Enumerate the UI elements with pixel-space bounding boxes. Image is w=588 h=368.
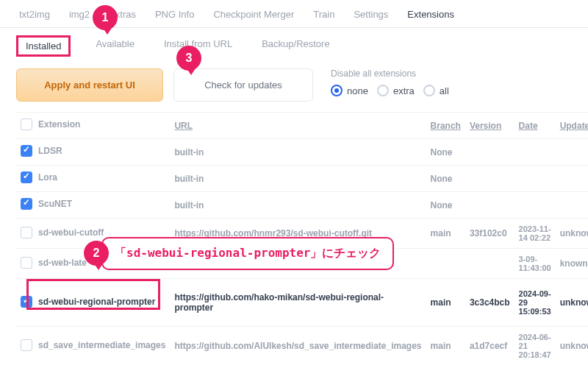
callout-badge-2: 2 xyxy=(84,241,109,266)
extension-checkbox[interactable] xyxy=(21,145,32,157)
sub-tabs: InstalledAvailableInstall from URLBackup… xyxy=(0,28,588,61)
col-branch[interactable]: Branch xyxy=(426,113,465,139)
extension-version xyxy=(465,249,514,279)
extension-update xyxy=(556,192,588,219)
extension-branch: main xyxy=(426,219,465,249)
extension-update xyxy=(556,166,588,192)
extension-name: Lora xyxy=(38,172,57,183)
callout-badge-1: 1 xyxy=(93,5,118,30)
table-row: sd-webui-regional-prompterhttps://github… xyxy=(16,279,588,327)
extension-checkbox[interactable] xyxy=(21,198,32,210)
table-row: sd_save_intermediate_imageshttps://githu… xyxy=(16,327,588,366)
speech-bubble: 「sd-webui-regional-prompter」にチェック xyxy=(101,237,394,270)
radio-label: all xyxy=(440,85,449,96)
extension-name: sd-webui-regional-prompter xyxy=(38,297,155,307)
extension-branch xyxy=(426,249,465,279)
extension-date xyxy=(514,139,556,166)
top-tabs: txt2imgimg2ExtrasPNG InfoCheckpoint Merg… xyxy=(0,0,588,28)
extension-branch: None xyxy=(426,139,465,166)
table-row: Lorabuilt-inNone xyxy=(16,166,588,192)
extension-date: 3-09-11:43:00 xyxy=(514,249,556,279)
header-checkbox[interactable] xyxy=(21,118,32,130)
extension-update: unknown xyxy=(556,279,588,327)
extension-update: unknown xyxy=(556,219,588,249)
extension-branch: main xyxy=(426,279,465,327)
top-tab-png-info[interactable]: PNG Info xyxy=(152,7,197,21)
extension-date xyxy=(514,192,556,219)
extension-date: 2024-06-21 20:18:47 xyxy=(514,327,556,366)
extension-name: sd_save_intermediate_images xyxy=(38,340,165,350)
extension-name: sd-web-late xyxy=(38,258,87,268)
extension-url: built-in xyxy=(170,192,426,219)
extension-update: known xyxy=(556,249,588,279)
extension-version: 3c3c4bcb xyxy=(465,279,514,327)
extension-date xyxy=(514,166,556,192)
sub-tab-backup-restore[interactable]: Backup/Restore xyxy=(257,35,334,57)
extension-name: ScuNET xyxy=(38,199,72,209)
radio-icon xyxy=(377,85,389,96)
apply-restart-button[interactable]: Apply and restart UI xyxy=(16,68,163,102)
disable-radio-all[interactable]: all xyxy=(423,85,449,96)
top-tab-settings[interactable]: Settings xyxy=(351,7,391,21)
disable-radio-extra[interactable]: extra xyxy=(377,85,415,96)
extension-version xyxy=(465,192,514,219)
extension-branch: None xyxy=(426,192,465,219)
disable-radio-row: noneextraall xyxy=(331,85,449,96)
callout-badge-3: 3 xyxy=(176,46,201,71)
top-tab-img2[interactable]: img2 xyxy=(66,7,93,21)
extension-url: built-in xyxy=(170,139,426,166)
extension-checkbox[interactable] xyxy=(21,339,32,351)
disable-title: Disable all extensions xyxy=(331,68,449,79)
col-extension[interactable]: Extension xyxy=(38,119,80,130)
extension-update: unknown xyxy=(556,327,588,366)
extension-checkbox[interactable] xyxy=(21,227,32,238)
extension-version xyxy=(465,139,514,166)
disable-extensions-group: Disable all extensions noneextraall xyxy=(331,68,449,96)
extension-url[interactable]: https://github.com/AlUlkesh/sd_save_inte… xyxy=(170,327,426,366)
col-update[interactable]: Update xyxy=(556,113,588,139)
extension-name: LDSR xyxy=(38,146,62,156)
extension-update xyxy=(556,139,588,166)
top-tab-train[interactable]: Train xyxy=(310,7,337,21)
extension-date: 2023-11-14 02:22 xyxy=(514,219,556,249)
extension-branch: None xyxy=(426,166,465,192)
radio-label: none xyxy=(347,85,368,96)
table-header-row: Extension URL Branch Version Date Update xyxy=(16,113,588,139)
radio-label: extra xyxy=(393,85,415,96)
sub-tab-available[interactable]: Available xyxy=(91,35,139,57)
extension-url[interactable]: https://github.com/hako-mikan/sd-webui-r… xyxy=(170,279,426,327)
radio-icon xyxy=(423,85,435,96)
extension-version: 33f102c0 xyxy=(465,219,514,249)
top-tab-extensions[interactable]: Extensions xyxy=(404,7,457,21)
top-tab-checkpoint-merger[interactable]: Checkpoint Merger xyxy=(210,7,297,21)
extension-version xyxy=(465,166,514,192)
extension-date: 2024-09-29 15:09:53 xyxy=(514,279,556,327)
extension-branch: main xyxy=(426,327,465,366)
table-row: ScuNETbuilt-inNone xyxy=(16,192,588,219)
col-version[interactable]: Version xyxy=(465,113,514,139)
extension-checkbox[interactable] xyxy=(21,296,32,308)
extension-name: sd-webui-cutoff xyxy=(38,227,104,238)
top-tab-txt2img[interactable]: txt2img xyxy=(16,7,53,21)
disable-radio-none[interactable]: none xyxy=(331,85,368,96)
extension-version: a1d7cecf xyxy=(465,327,514,366)
radio-icon xyxy=(331,85,343,96)
sub-tab-installed[interactable]: Installed xyxy=(16,35,71,57)
extension-checkbox[interactable] xyxy=(21,171,32,183)
table-row: LDSRbuilt-inNone xyxy=(16,139,588,166)
action-area: Apply and restart UI Check for updates D… xyxy=(0,61,588,112)
extension-url: built-in xyxy=(170,166,426,192)
col-url[interactable]: URL xyxy=(170,113,426,139)
col-date[interactable]: Date xyxy=(514,113,556,139)
extension-checkbox[interactable] xyxy=(21,257,32,269)
